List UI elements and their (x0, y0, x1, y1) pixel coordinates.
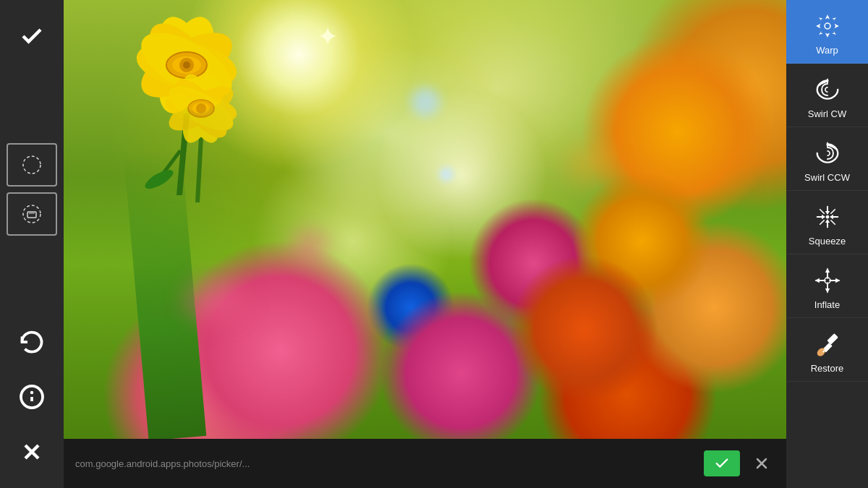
confirm-green-button[interactable] (704, 450, 740, 476)
svg-marker-39 (832, 17, 836, 22)
svg-point-1 (23, 205, 41, 223)
cancel-button[interactable] (10, 430, 54, 474)
close-bottom-button[interactable] (749, 450, 775, 476)
inflate-icon (812, 265, 843, 296)
restore-icon (812, 328, 843, 360)
right-toolbar: Warp Swirl CW Sw (786, 0, 868, 488)
orange-bokeh (555, 132, 627, 197)
main-area: ✦ com.google.android.apps.photos/picker/… (64, 0, 786, 488)
bottom-bar: com.google.android.apps.photos/picker/..… (64, 439, 786, 488)
svg-rect-66 (827, 333, 838, 345)
canvas[interactable]: ✦ (64, 0, 786, 439)
swirl-cw-icon (812, 74, 843, 106)
svg-marker-44 (825, 211, 829, 215)
svg-point-42 (825, 23, 830, 29)
svg-marker-38 (819, 17, 823, 22)
warp-tool[interactable]: Warp (786, 0, 868, 64)
lens-flare: ✦ (317, 22, 339, 52)
svg-line-53 (830, 210, 835, 214)
undo-button[interactable] (10, 320, 54, 364)
svg-marker-35 (825, 33, 829, 38)
svg-marker-36 (816, 24, 820, 28)
inflate-tool[interactable]: Inflate (786, 254, 868, 318)
swirl-ccw-icon (812, 137, 843, 169)
swirl-ccw-label: Swirl CCW (804, 172, 850, 183)
erase-tool[interactable] (7, 192, 57, 236)
info-button[interactable] (10, 375, 54, 419)
svg-line-55 (830, 221, 835, 225)
svg-marker-58 (825, 268, 829, 273)
svg-marker-64 (835, 278, 840, 283)
selection-tool[interactable] (7, 143, 57, 187)
bokeh-1 (411, 87, 440, 116)
swirl-ccw-tool[interactable]: Swirl CCW (786, 127, 868, 191)
pink-bokeh (172, 263, 259, 335)
left-toolbar (0, 0, 64, 488)
svg-line-22 (197, 137, 201, 202)
restore-tool[interactable]: Restore (786, 318, 868, 382)
svg-marker-34 (825, 14, 829, 19)
svg-marker-37 (834, 24, 838, 28)
svg-rect-2 (27, 212, 36, 218)
svg-marker-62 (814, 278, 819, 283)
inflate-label: Inflate (814, 299, 840, 310)
file-path: com.google.android.apps.photos/picker/..… (75, 458, 695, 469)
svg-marker-41 (832, 30, 836, 35)
squeeze-label: Squeeze (809, 236, 846, 247)
swirl-cw-label: Swirl CW (808, 108, 846, 119)
confirm-button[interactable] (10, 14, 54, 58)
pink-bokeh-2 (281, 220, 339, 270)
warp-label: Warp (816, 45, 838, 56)
tool-group (7, 143, 57, 236)
squeeze-icon (812, 201, 843, 233)
svg-marker-48 (822, 215, 825, 219)
restore-label: Restore (811, 363, 844, 374)
svg-line-54 (820, 221, 824, 225)
svg-marker-52 (822, 212, 825, 215)
swirl-cw-tool[interactable]: Swirl CW (786, 64, 868, 127)
daffodil-flower-2 (150, 58, 252, 202)
svg-point-31 (196, 103, 206, 114)
svg-point-0 (23, 156, 41, 174)
warp-icon (812, 10, 843, 42)
svg-point-56 (825, 215, 829, 219)
squeeze-tool[interactable]: Squeeze (786, 191, 868, 254)
svg-marker-40 (819, 30, 823, 35)
svg-marker-60 (825, 288, 829, 293)
svg-marker-46 (825, 219, 829, 223)
svg-marker-50 (830, 215, 833, 219)
